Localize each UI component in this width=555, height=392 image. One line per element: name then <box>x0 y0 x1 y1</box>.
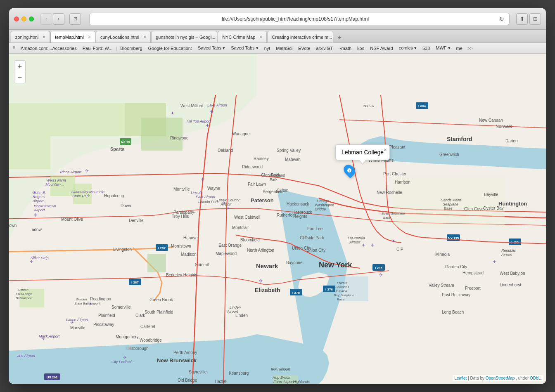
bookmark-amazon[interactable]: Amazon.com:...Accessories <box>18 45 79 52</box>
bookmark-math[interactable]: ~math <box>336 45 354 52</box>
traffic-lights <box>14 17 34 21</box>
svg-text:Morristown: Morristown <box>171 244 191 248</box>
svg-text:Carteret: Carteret <box>140 324 155 329</box>
tab-cuny[interactable]: cunyLocations.html × <box>96 31 151 43</box>
svg-text:LaGuardia: LaGuardia <box>348 236 365 240</box>
tab-zoning[interactable]: zoning.html × <box>11 31 50 43</box>
leaflet-link[interactable]: Leaflet <box>454 376 467 380</box>
bookmark-google-edu[interactable]: Google for Education: <box>146 45 194 52</box>
title-bar-right: ⬆ ⊡ <box>516 13 541 25</box>
svg-text:✈: ✈ <box>209 109 213 115</box>
refresh-button[interactable]: ↻ <box>498 15 506 23</box>
bookmark-paulford[interactable]: Paul Ford: W... <box>80 45 115 52</box>
tab-close-tempmap[interactable]: × <box>88 34 91 40</box>
popup-arrow <box>359 160 366 164</box>
svg-text:Balloonport: Balloonport <box>16 296 33 300</box>
svg-text:Ramsey: Ramsey <box>254 156 269 161</box>
zoom-out-button[interactable]: − <box>14 72 26 83</box>
bookmarks-more[interactable]: >> <box>466 45 474 52</box>
address-bar[interactable] <box>93 16 498 22</box>
bookmark-mathsci[interactable]: MathSci <box>273 45 295 52</box>
bookmark-saved-tabs-1[interactable]: Saved Tabs ▾ <box>195 45 228 52</box>
svg-text:Hazlet: Hazlet <box>215 379 227 384</box>
svg-text:Sands Point: Sands Point <box>441 198 461 202</box>
bookmark-saved-tabs-2[interactable]: Saved Tabs ▾ <box>228 45 261 52</box>
svg-text:Hanover: Hanover <box>183 236 199 240</box>
tab-tempmap[interactable]: tempMap.html × <box>50 31 95 43</box>
svg-text:Clifton: Clifton <box>277 188 288 193</box>
share-button[interactable]: ⬆ <box>516 13 528 25</box>
tab-creating[interactable]: Creating interactive crime m... × <box>267 31 333 43</box>
svg-text:West Babylon: West Babylon <box>500 271 525 276</box>
svg-text:Essex County: Essex County <box>216 198 240 202</box>
tab-close-cuny[interactable]: × <box>143 34 146 40</box>
back-button[interactable]: ‹ <box>40 13 52 25</box>
odbl-link[interactable]: ODbL. <box>530 376 542 380</box>
svg-text:✈: ✈ <box>85 168 89 173</box>
tab-close-zoning[interactable]: × <box>43 34 45 40</box>
new-tab-button[interactable]: + <box>334 33 344 43</box>
svg-text:Valley Stream: Valley Stream <box>429 283 454 288</box>
close-button[interactable] <box>14 17 19 21</box>
popup-close-button[interactable]: × <box>384 146 387 153</box>
svg-text:Sliker Strip: Sliker Strip <box>31 256 49 260</box>
tab-nycrime[interactable]: NYC Crime Map × <box>218 31 267 43</box>
svg-text:Piscataway: Piscataway <box>93 322 114 327</box>
bookmark-nyt[interactable]: nyt <box>262 45 273 52</box>
bookmark-arxiv[interactable]: arxiv.GT <box>313 45 335 52</box>
osm-link[interactable]: OpenStreetMap <box>486 376 515 380</box>
bookmark-me[interactable]: me <box>454 45 465 52</box>
svg-text:Plainfield: Plainfield <box>98 313 115 318</box>
bookmark-mwf[interactable]: MWF ▾ <box>433 45 453 52</box>
bookmark-bloomberg[interactable]: Bloomberg <box>118 45 145 52</box>
bookmark-538[interactable]: 538 <box>420 45 432 52</box>
attribution-separator: | Data by <box>468 376 486 380</box>
svg-text:Keansburg: Keansburg <box>229 371 249 375</box>
forward-button[interactable]: › <box>53 13 64 25</box>
svg-text:Ringwood: Ringwood <box>170 136 188 140</box>
svg-text:Park: Park <box>270 177 278 182</box>
bookmark-nsf[interactable]: NSF Award <box>368 45 395 52</box>
svg-text:Fair Lawn: Fair Lawn <box>248 182 266 187</box>
svg-text:Sparta: Sparta <box>110 146 125 151</box>
map-marker[interactable]: i <box>344 164 354 177</box>
svg-text:Madison: Madison <box>181 252 197 257</box>
svg-text:Seaplane: Seaplane <box>443 202 458 206</box>
svg-text:Newark: Newark <box>256 262 278 269</box>
svg-text:State Balloonport: State Balloonport <box>74 302 100 305</box>
svg-text:Rogers: Rogers <box>33 195 45 199</box>
svg-text:Mineola: Mineola <box>435 252 450 257</box>
maximize-button[interactable] <box>29 17 34 21</box>
map-container[interactable]: I 287 I 287 NJ 15 I 278 I 278 I 295 NY 1… <box>9 54 546 384</box>
svg-text:✈: ✈ <box>493 259 496 264</box>
bookmarks-bar: ⠿ Amazon.com:...Accessories Paul Ford: W… <box>9 43 546 54</box>
svg-text:Harrison: Harrison <box>395 180 410 184</box>
svg-text:Stamford: Stamford <box>447 136 472 142</box>
svg-text:Lance Airport: Lance Airport <box>66 318 88 322</box>
zoom-in-button[interactable]: + <box>14 60 26 72</box>
bookmarks-dots-icon[interactable]: ⠿ <box>12 45 16 51</box>
svg-text:Lindenhurst: Lindenhurst <box>500 283 521 287</box>
window-button[interactable]: ⊡ <box>69 13 81 25</box>
svg-text:I 278: I 278 <box>325 288 333 291</box>
svg-text:✈: ✈ <box>362 243 365 248</box>
minimize-button[interactable] <box>21 17 26 21</box>
svg-text:Elks-Lodge: Elks-Lodge <box>16 292 33 296</box>
bookmark-evote[interactable]: EVote <box>296 45 313 52</box>
svg-text:IFF Heliport: IFF Heliport <box>271 367 290 371</box>
svg-text:Sayreville: Sayreville <box>189 370 207 374</box>
svg-text:CIP: CIP <box>396 247 403 252</box>
svg-text:Hopatcong: Hopatcong <box>104 194 124 198</box>
new-window-button[interactable]: ⊡ <box>529 13 541 25</box>
svg-text:NY 9A: NY 9A <box>363 104 374 108</box>
bookmark-kos[interactable]: kos <box>355 45 367 52</box>
svg-text:Union City: Union City <box>292 246 311 250</box>
svg-text:adow: adow <box>32 227 42 232</box>
tab-close-nycrime[interactable]: × <box>259 34 262 40</box>
svg-text:Sealanes: Sealanes <box>335 285 349 289</box>
svg-text:✈: ✈ <box>259 278 263 284</box>
bookmark-comics[interactable]: comics ▾ <box>396 45 419 52</box>
svg-text:Park Airport: Park Airport <box>196 195 216 199</box>
tab-gunshots[interactable]: gunshots in nyc gis – Googl... × <box>151 31 217 43</box>
svg-text:East Orange: East Orange <box>218 243 242 248</box>
